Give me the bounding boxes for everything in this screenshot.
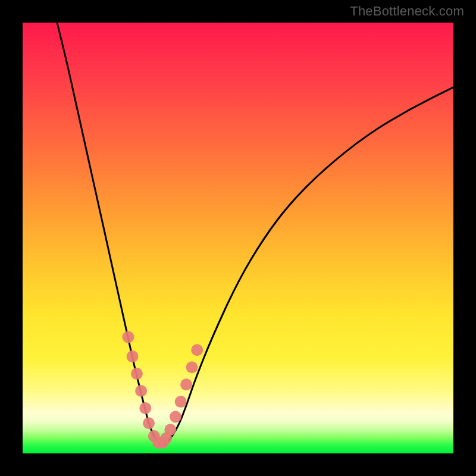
highlight-dot [122,331,134,343]
bottleneck-curve [57,23,453,445]
highlight-dot [191,344,203,356]
attribution-label: TheBottleneck.com [350,4,464,19]
highlight-dot [139,402,151,414]
highlight-dot [164,424,176,436]
highlight-dot [143,417,155,429]
highlight-dot [175,396,187,408]
highlight-dot [180,378,192,390]
chart-frame: TheBottleneck.com [0,0,476,476]
highlight-dot [170,411,181,423]
highlight-dot [186,361,198,373]
plot-area [23,23,453,453]
highlight-dot [131,368,143,380]
curve-layer [23,23,453,453]
highlight-dot [135,385,147,397]
highlight-dot [127,350,139,362]
